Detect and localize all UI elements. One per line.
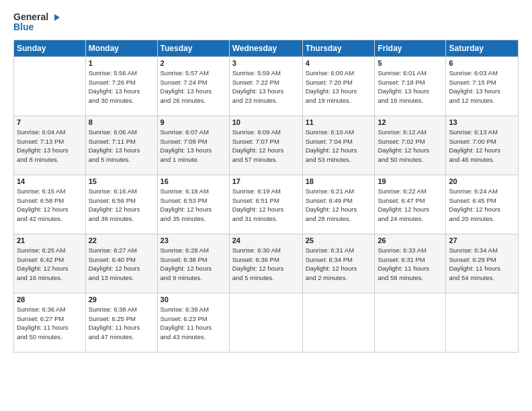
day-info: Sunrise: 6:39 AMSunset: 6:23 PMDaylight:… xyxy=(161,305,226,342)
day-info: Sunrise: 6:28 AMSunset: 6:38 PMDaylight:… xyxy=(161,246,226,283)
weekday-header-monday: Monday xyxy=(85,40,157,56)
day-info: Sunrise: 6:16 AMSunset: 6:56 PMDaylight:… xyxy=(89,187,154,224)
calendar-cell xyxy=(14,56,86,116)
day-number: 1 xyxy=(89,59,154,67)
day-number: 12 xyxy=(378,118,443,126)
day-info: Sunrise: 6:34 AMSunset: 6:29 PMDaylight:… xyxy=(449,246,515,283)
calendar-cell: 9Sunrise: 6:07 AMSunset: 7:09 PMDaylight… xyxy=(157,116,229,175)
day-info: Sunrise: 6:33 AMSunset: 6:31 PMDaylight:… xyxy=(378,246,443,283)
calendar-cell: 23Sunrise: 6:28 AMSunset: 6:38 PMDayligh… xyxy=(157,234,229,293)
day-info: Sunrise: 6:19 AMSunset: 6:51 PMDaylight:… xyxy=(232,187,300,224)
day-number: 2 xyxy=(161,59,226,67)
day-number: 28 xyxy=(17,295,83,304)
day-number: 24 xyxy=(232,236,300,244)
day-info: Sunrise: 5:57 AMSunset: 7:24 PMDaylight:… xyxy=(161,68,226,105)
calendar-cell xyxy=(375,293,446,352)
calendar-cell: 19Sunrise: 6:22 AMSunset: 6:47 PMDayligh… xyxy=(375,175,446,234)
day-info: Sunrise: 6:38 AMSunset: 6:25 PMDaylight:… xyxy=(89,305,154,342)
calendar-cell xyxy=(229,293,302,352)
week-row-4: 21Sunrise: 6:25 AMSunset: 6:42 PMDayligh… xyxy=(14,234,519,293)
day-info: Sunrise: 6:15 AMSunset: 6:58 PMDaylight:… xyxy=(17,187,83,224)
page: General Blue SundayMondayTuesdayWednesda… xyxy=(0,0,532,411)
calendar-cell: 27Sunrise: 6:34 AMSunset: 6:29 PMDayligh… xyxy=(446,234,519,293)
day-number: 16 xyxy=(161,177,226,185)
header: General Blue xyxy=(13,12,519,33)
day-info: Sunrise: 6:00 AMSunset: 7:20 PMDaylight:… xyxy=(306,68,372,105)
calendar-cell: 29Sunrise: 6:38 AMSunset: 6:25 PMDayligh… xyxy=(85,293,157,352)
day-number: 3 xyxy=(232,59,300,67)
calendar-cell: 16Sunrise: 6:18 AMSunset: 6:53 PMDayligh… xyxy=(157,175,229,234)
day-info: Sunrise: 6:10 AMSunset: 7:04 PMDaylight:… xyxy=(306,128,372,165)
day-info: Sunrise: 6:24 AMSunset: 6:45 PMDaylight:… xyxy=(449,187,515,224)
day-info: Sunrise: 6:03 AMSunset: 7:15 PMDaylight:… xyxy=(449,68,515,105)
day-number: 21 xyxy=(17,236,83,244)
calendar-cell: 7Sunrise: 6:04 AMSunset: 7:13 PMDaylight… xyxy=(14,116,86,175)
week-row-1: 1Sunrise: 5:56 AMSunset: 7:26 PMDaylight… xyxy=(14,56,519,116)
day-info: Sunrise: 6:01 AMSunset: 7:18 PMDaylight:… xyxy=(378,68,443,105)
logo-arrow-icon xyxy=(52,13,61,22)
day-info: Sunrise: 6:31 AMSunset: 6:34 PMDaylight:… xyxy=(306,246,372,283)
calendar-cell: 13Sunrise: 6:13 AMSunset: 7:00 PMDayligh… xyxy=(446,116,519,175)
day-number: 10 xyxy=(232,118,300,126)
day-info: Sunrise: 6:22 AMSunset: 6:47 PMDaylight:… xyxy=(378,187,443,224)
weekday-header-saturday: Saturday xyxy=(446,40,519,56)
day-number: 25 xyxy=(306,236,372,244)
calendar-cell xyxy=(302,293,375,352)
calendar-cell: 1Sunrise: 5:56 AMSunset: 7:26 PMDaylight… xyxy=(85,56,157,116)
day-number: 5 xyxy=(378,59,443,67)
day-info: Sunrise: 6:09 AMSunset: 7:07 PMDaylight:… xyxy=(232,128,300,165)
day-number: 7 xyxy=(17,118,83,126)
day-info: Sunrise: 6:25 AMSunset: 6:42 PMDaylight:… xyxy=(17,246,83,283)
calendar-cell: 15Sunrise: 6:16 AMSunset: 6:56 PMDayligh… xyxy=(85,175,157,234)
day-info: Sunrise: 6:18 AMSunset: 6:53 PMDaylight:… xyxy=(161,187,226,224)
day-number: 4 xyxy=(306,59,372,67)
calendar-cell: 12Sunrise: 6:12 AMSunset: 7:02 PMDayligh… xyxy=(375,116,446,175)
day-info: Sunrise: 6:13 AMSunset: 7:00 PMDaylight:… xyxy=(449,128,515,165)
day-number: 13 xyxy=(449,118,515,126)
week-row-5: 28Sunrise: 6:36 AMSunset: 6:27 PMDayligh… xyxy=(14,293,519,352)
day-info: Sunrise: 6:30 AMSunset: 6:36 PMDaylight:… xyxy=(232,246,300,283)
logo-general: General xyxy=(13,12,61,22)
calendar-cell: 21Sunrise: 6:25 AMSunset: 6:42 PMDayligh… xyxy=(14,234,86,293)
calendar-cell: 26Sunrise: 6:33 AMSunset: 6:31 PMDayligh… xyxy=(375,234,446,293)
calendar-cell: 14Sunrise: 6:15 AMSunset: 6:58 PMDayligh… xyxy=(14,175,86,234)
day-info: Sunrise: 6:27 AMSunset: 6:40 PMDaylight:… xyxy=(89,246,154,283)
day-number: 19 xyxy=(378,177,443,185)
day-number: 11 xyxy=(306,118,372,126)
day-number: 8 xyxy=(89,118,154,126)
day-number: 27 xyxy=(449,236,515,244)
calendar-cell: 24Sunrise: 6:30 AMSunset: 6:36 PMDayligh… xyxy=(229,234,302,293)
calendar-cell: 22Sunrise: 6:27 AMSunset: 6:40 PMDayligh… xyxy=(85,234,157,293)
weekday-header-wednesday: Wednesday xyxy=(229,40,302,56)
calendar-cell: 17Sunrise: 6:19 AMSunset: 6:51 PMDayligh… xyxy=(229,175,302,234)
day-number: 22 xyxy=(89,236,154,244)
day-number: 9 xyxy=(161,118,226,126)
day-number: 29 xyxy=(89,295,154,304)
day-number: 6 xyxy=(449,59,515,67)
calendar-cell: 20Sunrise: 6:24 AMSunset: 6:45 PMDayligh… xyxy=(446,175,519,234)
day-info: Sunrise: 6:07 AMSunset: 7:09 PMDaylight:… xyxy=(161,128,226,165)
logo-blue: Blue xyxy=(13,22,61,32)
weekday-header-friday: Friday xyxy=(375,40,446,56)
day-info: Sunrise: 6:21 AMSunset: 6:49 PMDaylight:… xyxy=(306,187,372,224)
calendar-cell: 18Sunrise: 6:21 AMSunset: 6:49 PMDayligh… xyxy=(302,175,375,234)
day-number: 30 xyxy=(161,295,226,304)
day-info: Sunrise: 6:36 AMSunset: 6:27 PMDaylight:… xyxy=(17,305,83,342)
day-info: Sunrise: 6:04 AMSunset: 7:13 PMDaylight:… xyxy=(17,128,83,165)
calendar-cell: 6Sunrise: 6:03 AMSunset: 7:15 PMDaylight… xyxy=(446,56,519,116)
calendar-cell: 25Sunrise: 6:31 AMSunset: 6:34 PMDayligh… xyxy=(302,234,375,293)
weekday-header-thursday: Thursday xyxy=(302,40,375,56)
day-number: 18 xyxy=(306,177,372,185)
calendar-cell: 3Sunrise: 5:59 AMSunset: 7:22 PMDaylight… xyxy=(229,56,302,116)
calendar-cell: 5Sunrise: 6:01 AMSunset: 7:18 PMDaylight… xyxy=(375,56,446,116)
svg-marker-0 xyxy=(54,14,60,21)
calendar-cell: 10Sunrise: 6:09 AMSunset: 7:07 PMDayligh… xyxy=(229,116,302,175)
day-info: Sunrise: 6:12 AMSunset: 7:02 PMDaylight:… xyxy=(378,128,443,165)
day-number: 20 xyxy=(449,177,515,185)
calendar-cell: 30Sunrise: 6:39 AMSunset: 6:23 PMDayligh… xyxy=(157,293,229,352)
day-number: 17 xyxy=(232,177,300,185)
calendar-cell: 11Sunrise: 6:10 AMSunset: 7:04 PMDayligh… xyxy=(302,116,375,175)
day-info: Sunrise: 5:56 AMSunset: 7:26 PMDaylight:… xyxy=(89,68,154,105)
calendar-cell: 4Sunrise: 6:00 AMSunset: 7:20 PMDaylight… xyxy=(302,56,375,116)
weekday-header-sunday: Sunday xyxy=(14,40,86,56)
